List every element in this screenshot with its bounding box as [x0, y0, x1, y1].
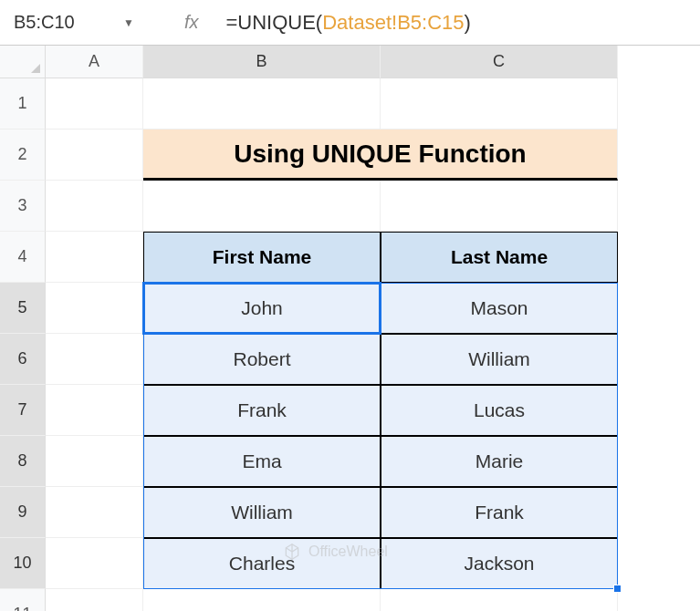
cell-b6[interactable]: Robert — [143, 334, 381, 385]
row-3 — [46, 181, 700, 232]
row-header-10[interactable]: 10 — [0, 538, 46, 589]
row-header-8[interactable]: 8 — [0, 436, 46, 487]
formula-prefix: =UNIQUE( — [225, 11, 322, 34]
cell-c8[interactable]: Marie — [381, 436, 618, 487]
cell-c5[interactable]: Mason — [381, 283, 618, 334]
cell-a9[interactable] — [46, 487, 143, 538]
name-box-dropdown-icon[interactable]: ▼ — [123, 16, 157, 29]
formula-ref: Dataset!B5:C15 — [322, 11, 464, 34]
row-2: Using UNIQUE Function — [46, 129, 700, 181]
cell-a5[interactable] — [46, 283, 143, 334]
col-header-b[interactable]: B — [143, 46, 381, 78]
select-all-corner[interactable] — [0, 46, 46, 78]
spreadsheet: 1 2 3 4 5 6 7 8 9 10 11 A B C Using UNIQ… — [0, 46, 700, 611]
cell-b8[interactable]: Ema — [143, 436, 381, 487]
row-header-5[interactable]: 5 — [0, 283, 46, 334]
formula-suffix: ) — [465, 11, 471, 34]
cell-a8[interactable] — [46, 436, 143, 487]
cell-c10[interactable]: Jackson — [381, 538, 618, 589]
cell-a1[interactable] — [46, 78, 143, 129]
watermark-icon — [283, 543, 301, 561]
cell-c3[interactable] — [381, 181, 618, 232]
grid-area: A B C Using UNIQUE Function First Na — [46, 46, 700, 611]
cell-c1[interactable] — [381, 78, 618, 129]
formula-bar: B5:C10 ▼ fx =UNIQUE(Dataset!B5:C15) — [0, 0, 700, 46]
col-headers: A B C — [46, 46, 700, 78]
watermark: OfficeWheel — [283, 543, 388, 561]
watermark-text: OfficeWheel — [308, 544, 388, 560]
cell-c11[interactable] — [381, 589, 618, 611]
row-header-3[interactable]: 3 — [0, 181, 46, 232]
row-header-4[interactable]: 4 — [0, 232, 46, 283]
header-last-name[interactable]: Last Name — [381, 232, 618, 283]
cell-b9[interactable]: William — [143, 487, 381, 538]
col-header-c[interactable]: C — [381, 46, 618, 78]
cell-a3[interactable] — [46, 181, 143, 232]
row-header-2[interactable]: 2 — [0, 129, 46, 181]
row-5: John Mason — [46, 283, 700, 334]
row-11 — [46, 589, 700, 611]
cell-a6[interactable] — [46, 334, 143, 385]
col-header-a[interactable]: A — [46, 46, 143, 78]
cell-b11[interactable] — [143, 589, 381, 611]
fx-label: fx — [157, 12, 226, 33]
title-cell[interactable]: Using UNIQUE Function — [143, 129, 618, 181]
name-box[interactable]: B5:C10 — [0, 12, 123, 33]
cell-c7[interactable]: Lucas — [381, 385, 618, 436]
cell-a4[interactable] — [46, 232, 143, 283]
row-9: William Frank — [46, 487, 700, 538]
row-header-6[interactable]: 6 — [0, 334, 46, 385]
cell-a2[interactable] — [46, 129, 143, 181]
cell-a10[interactable] — [46, 538, 143, 589]
cells: Using UNIQUE Function First Name Last Na… — [46, 78, 700, 611]
cell-b3[interactable] — [143, 181, 381, 232]
row-8: Ema Marie — [46, 436, 700, 487]
row-header-11[interactable]: 11 — [0, 589, 46, 611]
row-header-7[interactable]: 7 — [0, 385, 46, 436]
cell-c9[interactable]: Frank — [381, 487, 618, 538]
row-6: Robert William — [46, 334, 700, 385]
row-4: First Name Last Name — [46, 232, 700, 283]
row-header-9[interactable]: 9 — [0, 487, 46, 538]
cell-c6[interactable]: William — [381, 334, 618, 385]
cell-a7[interactable] — [46, 385, 143, 436]
formula-input[interactable]: =UNIQUE(Dataset!B5:C15) — [225, 11, 700, 35]
row-header-1[interactable]: 1 — [0, 78, 46, 129]
row-1 — [46, 78, 700, 129]
header-first-name[interactable]: First Name — [143, 232, 381, 283]
cell-b1[interactable] — [143, 78, 381, 129]
cell-b7[interactable]: Frank — [143, 385, 381, 436]
cell-b5[interactable]: John — [143, 283, 381, 334]
row-headers: 1 2 3 4 5 6 7 8 9 10 11 — [0, 46, 46, 611]
row-7: Frank Lucas — [46, 385, 700, 436]
cell-a11[interactable] — [46, 589, 143, 611]
